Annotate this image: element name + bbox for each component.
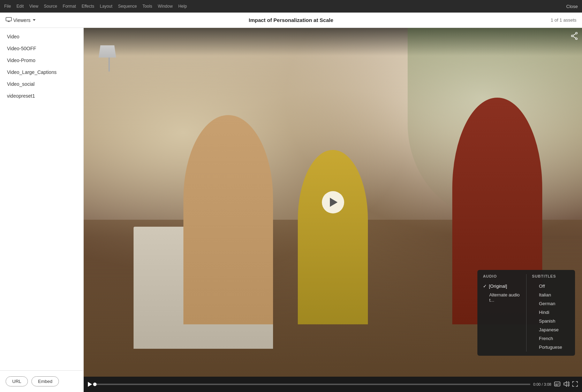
- viewers-dropdown[interactable]: Viewers: [6, 17, 36, 23]
- subtitle-item-spanish[interactable]: Spanish: [532, 317, 570, 325]
- audio-column: AUDIO ✓ [Original] Alternate audio t...: [477, 274, 527, 352]
- nav-sequence[interactable]: Sequence: [118, 4, 137, 9]
- video-controls: 0:00 / 3:08: [84, 377, 582, 392]
- viewers-label: Viewers: [13, 17, 31, 23]
- monitor-icon: [6, 17, 12, 23]
- subtitles-heading: SUBTITLES: [532, 274, 570, 278]
- nav-view[interactable]: View: [29, 4, 38, 9]
- nav-help[interactable]: Help: [178, 4, 187, 9]
- nav-edit[interactable]: Edit: [16, 4, 24, 9]
- close-button[interactable]: Close: [566, 4, 578, 9]
- ctrl-icon-group: [554, 381, 578, 388]
- captions-icon[interactable]: [554, 382, 560, 387]
- main-layout: Video Video-50OFF Video-Promo Video_Larg…: [0, 28, 582, 392]
- subtitle-item-japanese[interactable]: Japanese: [532, 325, 570, 334]
- svg-rect-0: [6, 17, 12, 21]
- sidebar-item-video[interactable]: Video: [0, 31, 83, 43]
- audio-item-alternate[interactable]: Alternate audio t...: [483, 291, 521, 304]
- progress-dot: [93, 383, 97, 386]
- audio-heading: AUDIO: [483, 274, 521, 278]
- svg-point-1: [576, 32, 577, 34]
- sidebar-list: Video Video-50OFF Video-Promo Video_Larg…: [0, 28, 83, 370]
- sidebar-item-video-social[interactable]: Video_social: [0, 78, 83, 90]
- asset-count: 1 of 1 assets: [551, 17, 576, 23]
- sidebar-item-video-promo[interactable]: Video-Promo: [0, 54, 83, 66]
- play-button[interactable]: [322, 191, 344, 213]
- nav-format[interactable]: Format: [63, 4, 76, 9]
- subtitle-french-label: French: [539, 336, 553, 341]
- check-icon: ✓: [483, 284, 487, 289]
- subtitle-japanese-label: Japanese: [539, 327, 559, 332]
- main-toolbar: Viewers Impact of Personalization at Sca…: [0, 13, 582, 28]
- audio-alternate-label: Alternate audio t...: [489, 292, 521, 303]
- sidebar: Video Video-50OFF Video-Promo Video_Larg…: [0, 28, 84, 392]
- nav-source[interactable]: Source: [44, 4, 57, 9]
- url-button[interactable]: URL: [6, 376, 28, 386]
- subtitle-italian-label: Italian: [539, 292, 551, 297]
- page-title: Impact of Personalization at Scale: [249, 17, 333, 23]
- fullscreen-icon[interactable]: [572, 381, 578, 388]
- video-container[interactable]: AUDIO ✓ [Original] Alternate audio t... …: [84, 28, 582, 377]
- subtitle-off-label: Off: [539, 284, 545, 289]
- svg-marker-4: [88, 382, 92, 387]
- subtitle-item-off[interactable]: Off: [532, 282, 570, 291]
- nav-layout[interactable]: Layout: [100, 4, 112, 9]
- share-icon[interactable]: [571, 32, 578, 42]
- embed-button[interactable]: Embed: [31, 376, 59, 386]
- svg-point-3: [572, 35, 573, 37]
- subtitle-item-portuguese[interactable]: Portuguese: [532, 343, 570, 352]
- subtitles-column: SUBTITLES Off Italian German: [527, 274, 575, 352]
- audio-item-original[interactable]: ✓ [Original]: [483, 282, 521, 291]
- subtitle-item-hindi[interactable]: Hindi: [532, 308, 570, 317]
- toolbar-left: Viewers: [6, 17, 75, 23]
- sidebar-item-video-50off[interactable]: Video-50OFF: [0, 43, 83, 54]
- sidebar-item-video-large-captions[interactable]: Video_Large_Captions: [0, 66, 83, 78]
- subtitle-item-french[interactable]: French: [532, 334, 570, 343]
- nav-effects[interactable]: Effects: [82, 4, 94, 9]
- lamp: [99, 45, 120, 73]
- subtitle-hindi-label: Hindi: [539, 310, 550, 315]
- person-left: [183, 115, 273, 324]
- nav-tools[interactable]: Tools: [142, 4, 152, 9]
- subtitle-german-label: German: [539, 301, 555, 306]
- progress-bar[interactable]: [95, 384, 530, 385]
- person-center: [298, 150, 368, 324]
- audio-original-label: [Original]: [489, 284, 507, 289]
- nav-window[interactable]: Window: [158, 4, 173, 9]
- time-display: 0:00 / 3:08: [533, 382, 551, 386]
- play-pause-button[interactable]: [88, 382, 92, 387]
- audio-subtitles-panel: AUDIO ✓ [Original] Alternate audio t... …: [477, 270, 575, 356]
- nav-file[interactable]: File: [4, 4, 11, 9]
- subtitle-item-german[interactable]: German: [532, 299, 570, 308]
- subtitle-item-italian[interactable]: Italian: [532, 291, 570, 299]
- volume-icon[interactable]: [563, 381, 569, 388]
- sidebar-item-videopreset1[interactable]: videopreset1: [0, 90, 83, 102]
- video-area: AUDIO ✓ [Original] Alternate audio t... …: [84, 28, 582, 392]
- video-frame: AUDIO ✓ [Original] Alternate audio t... …: [84, 28, 582, 377]
- chevron-down-icon: [33, 19, 36, 21]
- svg-point-2: [576, 38, 577, 40]
- subtitle-portuguese-label: Portuguese: [539, 345, 562, 350]
- top-nav: File Edit View Source Format Effects Lay…: [0, 0, 582, 13]
- subtitle-spanish-label: Spanish: [539, 318, 555, 324]
- sidebar-bottom: URL Embed: [0, 370, 83, 392]
